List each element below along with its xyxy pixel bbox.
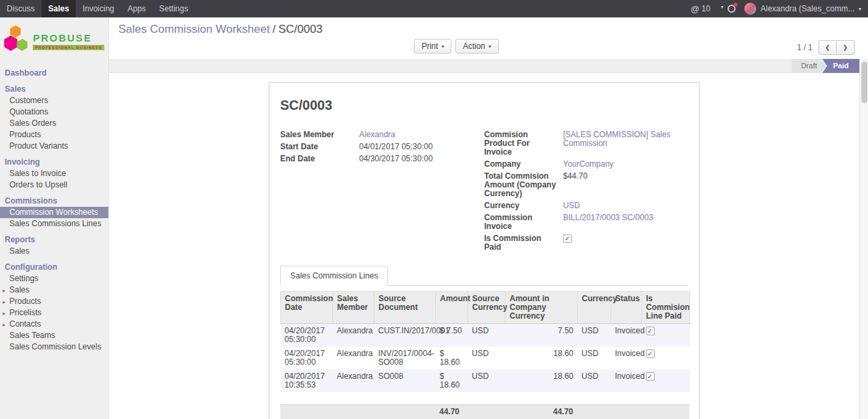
pager-next-button[interactable]: ❯ — [837, 40, 855, 55]
sidebar-item-settings[interactable]: Settings — [0, 273, 108, 284]
total-commission-amount-value: $44.70 — [563, 172, 688, 198]
sidebar-item-config-contacts[interactable]: ▸ Contacts — [0, 319, 108, 330]
sidebar-item-label: Contacts — [9, 319, 41, 329]
sidebar-item-sales-teams[interactable]: Sales Teams — [0, 330, 108, 341]
scrollbar-thumb[interactable] — [861, 62, 867, 103]
menu-settings[interactable]: Settings — [152, 0, 195, 17]
line-paid-cell: ✓ — [642, 347, 690, 369]
line-paid-checkbox[interactable]: ✓ — [646, 327, 655, 335]
sidebar-item-sales-to-invoice[interactable]: Sales to Invoice — [0, 168, 108, 179]
sidebar-item-dashboard[interactable]: Dashboard — [0, 63, 108, 79]
sidebar-item-config-sales[interactable]: ▸ Sales — [0, 284, 108, 296]
sidebar-item-sales-commissions-lines[interactable]: Sales Commissions Lines — [0, 218, 108, 230]
sidebar-item-quotations[interactable]: Quotations — [0, 106, 108, 118]
field-label: Sales Member — [280, 131, 359, 139]
action-button[interactable]: Action ▾ — [455, 39, 498, 54]
print-button[interactable]: Print ▾ — [414, 39, 451, 54]
pager-value: 1 / 1 — [797, 43, 812, 52]
field-label: Total Commision Amount (Company Currency… — [484, 172, 563, 198]
sales-member-link[interactable]: Alexandra — [359, 130, 395, 139]
sidebar-item-label: Sales — [9, 285, 29, 295]
sidebar-section-invoicing: Invoicing — [0, 152, 108, 168]
sales-member-cell: Alexandra — [333, 324, 374, 347]
amount-cell: $ 18.60 — [436, 369, 468, 392]
activity-icon[interactable] — [728, 5, 736, 13]
field-label: Company — [484, 160, 563, 169]
line-paid-checkbox[interactable]: ✓ — [646, 349, 655, 358]
main-content: Sales Commission Worksheet/SC/0003 Print… — [109, 17, 868, 419]
line-paid-checkbox[interactable]: ✓ — [646, 372, 655, 381]
currency-cell: USD — [578, 324, 611, 347]
field-commission-invoice: Commission Invoice BILL/2017/0003 SC/000… — [484, 214, 688, 231]
col-amount[interactable]: Amount — [436, 292, 468, 324]
status-cell: Invoiced — [611, 324, 642, 347]
field-group-right: Commision Product For Invoice [SALES COM… — [484, 131, 688, 255]
status-paid[interactable]: Paid — [823, 59, 859, 73]
pager-previous-button[interactable]: ❮ — [819, 40, 837, 55]
status-draft[interactable]: Draft — [792, 59, 827, 73]
sidebar-item-label: Products — [9, 297, 41, 306]
sidebar-section-commissions: Commissions — [0, 191, 108, 207]
breadcrumb-parent-link[interactable]: Sales Commission Worksheet — [118, 23, 269, 35]
sidebar-item-sales-commission-levels[interactable]: Sales Commission Levels — [0, 341, 108, 353]
currency-link[interactable]: USD — [563, 201, 580, 210]
col-is-commission-line-paid[interactable]: Is Commision Line Paid — [642, 292, 690, 324]
table-row[interactable]: 04/20/2017 10:35:53 Alexandra SO008 $ 18… — [281, 369, 690, 392]
col-sales-member[interactable]: Sales Member — [333, 292, 374, 324]
top-navbar: Discuss Sales Invoicing Apps Settings @ … — [0, 0, 868, 17]
table-row[interactable]: 04/20/2017 05:30:00 Alexandra CUST.IN/20… — [281, 324, 690, 347]
menu-discuss[interactable]: Discuss — [0, 0, 41, 17]
vertical-scrollbar[interactable] — [859, 59, 868, 419]
sales-member-cell: Alexandra — [333, 369, 374, 392]
pager: 1 / 1 ❮ ❯ — [797, 40, 855, 55]
sidebar-item-products[interactable]: Products — [0, 129, 108, 141]
commission-date-cell: 04/20/2017 10:35:53 — [281, 369, 333, 392]
tab-sales-commission-lines[interactable]: Sales Commission Lines — [280, 266, 388, 286]
field-label: Is Commission Paid — [484, 234, 563, 252]
menu-invoicing[interactable]: Invoicing — [76, 0, 120, 17]
menu-sales[interactable]: Sales — [41, 0, 76, 17]
company-amount-cell: 18.60 — [506, 347, 578, 369]
sidebar-item-config-pricelists[interactable]: ▸ Pricelists — [0, 307, 108, 319]
chevron-down-icon: ▾ — [859, 6, 861, 12]
col-commission-date[interactable]: Commission Date — [281, 292, 333, 324]
col-amount-company-currency[interactable]: Amount in Company Currency — [506, 292, 578, 324]
menu-apps[interactable]: Apps — [121, 0, 152, 17]
sidebar-item-commission-worksheets[interactable]: Commission Worksheets — [0, 207, 108, 218]
notification-badge — [734, 3, 738, 7]
expand-icon: ▸ — [3, 321, 6, 329]
record-title: SC/0003 — [280, 98, 688, 113]
logo-subtitle: PROFESSIONAL BUSINESS — [33, 45, 104, 50]
field-currency: Currency USD — [484, 201, 688, 210]
company-link[interactable]: YourCompany — [563, 159, 614, 169]
col-status[interactable]: Status — [611, 292, 642, 324]
sidebar-item-orders-to-upsell[interactable]: Orders to Upsell — [0, 179, 108, 191]
field-label: Commision Product For Invoice — [484, 131, 563, 157]
sidebar-item-config-products[interactable]: ▸ Products — [0, 296, 108, 307]
col-source-currency[interactable]: Source Currency — [468, 292, 506, 324]
sidebar-item-product-variants[interactable]: Product Variants — [0, 141, 108, 152]
commission-product-link[interactable]: [SALES COMMISSION] Sales Commission — [563, 130, 671, 148]
col-currency[interactable]: Currency — [578, 292, 611, 324]
source-currency-cell: USD — [468, 347, 506, 369]
field-commission-product: Commision Product For Invoice [SALES COM… — [484, 131, 688, 157]
source-currency-cell: USD — [468, 324, 506, 347]
table-row[interactable]: 04/20/2017 05:30:00 Alexandra INV/2017/0… — [281, 347, 690, 369]
sidebar-item-sales-orders[interactable]: Sales Orders — [0, 118, 108, 129]
amount-total: 44.70 — [435, 405, 467, 419]
field-start-date: Start Date 04/01/2017 05:30:00 — [280, 143, 484, 151]
user-menu[interactable]: Alexandra (Sales_comm... ▾ — [744, 3, 861, 15]
is-commission-paid-checkbox[interactable]: ✓ — [563, 234, 572, 243]
expand-icon: ▸ — [3, 309, 6, 318]
logo-hexagons-icon — [4, 25, 29, 56]
logo-title: PROBUSE — [33, 32, 92, 44]
sidebar-item-customers[interactable]: Customers — [0, 95, 108, 106]
col-source-document[interactable]: Source Document — [374, 292, 436, 324]
mention-at-icon: @ — [691, 4, 699, 14]
field-label: Commission Invoice — [484, 214, 563, 231]
sidebar: PROBUSE PROFESSIONAL BUSINESS Dashboard … — [0, 17, 109, 419]
status-cell: Invoiced — [611, 347, 642, 369]
sidebar-item-reports-sales[interactable]: Sales — [0, 246, 108, 257]
commission-invoice-link[interactable]: BILL/2017/0003 SC/0003 — [563, 213, 653, 222]
mention-counter[interactable]: @ 10 — [691, 4, 711, 14]
